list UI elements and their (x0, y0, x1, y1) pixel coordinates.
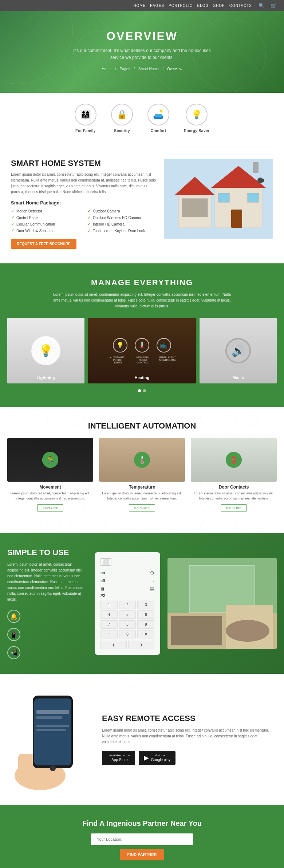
breadcrumb-home[interactable]: Home (102, 67, 111, 71)
nav-blog[interactable]: BLOG (197, 4, 209, 8)
check-icon-7: ✓ (87, 228, 91, 233)
check-icon-0: ✓ (11, 208, 15, 214)
key-5[interactable]: 5 (119, 610, 136, 619)
nav-links: HOME PAGES PORTFOLIO BLOG SHOP CONTACTS … (133, 3, 277, 8)
music-label: Music (233, 375, 244, 380)
features-section: 👨‍👩‍👧 For Family 🔒 Security 🛋️ Comfort 💡… (0, 93, 284, 144)
package-item-7: ✓ Touchscreen Keyless Door Lock (87, 228, 157, 233)
manage-card-heating[interactable]: 💡 🌡️ 📺 AUTOMATICINSIDE LIGHTS INDIVIDUAL… (88, 318, 196, 383)
partner-section: Find A Ingenious Partner Near You FIND P… (0, 805, 284, 868)
breadcrumb-smart[interactable]: Smart Home (138, 67, 159, 71)
automation-section: INTELLIGENT AUTOMATION 🏃 📱 🏃 Movement Lo… (0, 407, 284, 533)
hero-subtitle: It's our commitment. It's what defines o… (69, 47, 215, 61)
key-paren-open[interactable]: ( (100, 641, 127, 649)
movement-circle-icon: 🏃 (42, 452, 58, 468)
heating-label: Heating (135, 375, 149, 380)
feature-family-label: For Family (75, 128, 96, 133)
key-hash[interactable]: # (137, 630, 154, 638)
feature-security-label: Security (111, 128, 133, 133)
appstore-button[interactable]: Available on the App Store (102, 751, 135, 765)
movement-desc: Lorem ipsum dolor sit amet, consectetur … (7, 491, 93, 501)
googleplay-button[interactable]: ▶ Get it on Google play (139, 751, 175, 765)
package-item-2: ✓ Control Panel (11, 215, 80, 220)
feature-family: 👨‍👩‍👧 For Family (75, 104, 96, 133)
nav-shop[interactable]: SHOP (213, 4, 225, 8)
appstore-label: App Store (111, 758, 127, 762)
dot-1[interactable] (138, 389, 141, 392)
simple-content: SIMPLE TO USE Lorem ipsum dolor sit amet… (7, 548, 87, 659)
simple-icon-row-2: 📲 (7, 646, 87, 659)
key-1[interactable]: 1 (100, 601, 118, 609)
navigation: HOME PAGES PORTFOLIO BLOG SHOP CONTACTS … (0, 0, 284, 11)
door-image: 🚪 (191, 438, 277, 482)
door-circle-icon: 🚪 (226, 452, 242, 468)
package-list: ✓ Motion Detector ✓ Outdoor Camera ✓ Con… (11, 208, 157, 233)
auto-lights-icon: 💡 (113, 338, 127, 353)
key-9[interactable]: 9 (137, 620, 154, 629)
package-item-4: ✓ Cellular Communication (11, 222, 80, 227)
family-icon: 👨‍👩‍👧 (75, 104, 96, 126)
heating-icons: 💡 🌡️ 📺 (113, 338, 171, 353)
keypad-grid: 1 2 3 4 5 6 7 8 9 * 0 # (100, 601, 154, 638)
movement-explore-button[interactable]: EXPLORE (37, 504, 64, 511)
comfort-icon: 🛋️ (147, 104, 169, 126)
key-4[interactable]: 4 (100, 610, 118, 619)
movement-image: 🏃 📱 🏃 (7, 438, 93, 482)
nav-contacts[interactable]: CONTACTS (229, 4, 252, 8)
simple-icons: 🔔 📱 📲 (7, 610, 87, 659)
simple-description: Lorem ipsum dolor sit amet, consectetur … (7, 562, 87, 602)
automation-title: INTELLIGENT AUTOMATION (7, 421, 277, 431)
smart-home-image (164, 159, 273, 239)
smart-home-title: SMART HOME SYSTEM (11, 159, 157, 168)
key-0[interactable]: 0 (119, 630, 136, 638)
svg-rect-24 (36, 716, 62, 719)
key-8[interactable]: 8 (119, 620, 136, 629)
house-illustration (164, 159, 273, 239)
monitoring-icon: 📺 (157, 338, 171, 353)
location-input[interactable] (91, 833, 193, 845)
key-7[interactable]: 7 (100, 620, 118, 629)
key-3[interactable]: 3 (137, 601, 154, 609)
keypad-row-p1: ▤ ▤ (100, 586, 154, 592)
temperature-circle-icon: 🌡️ (134, 452, 150, 468)
cart-icon[interactable]: 🛒 (271, 3, 277, 8)
manage-title: MANAGE EVERYTHING (7, 278, 277, 287)
simple-section: SIMPLE TO USE Lorem ipsum dolor sit amet… (0, 533, 284, 674)
door-title: Door Contacts (191, 485, 277, 490)
manage-section: MANAGE EVERYTHING Lorem ipsum dolor sit … (0, 263, 284, 407)
manage-card-lightning[interactable]: 💡 Lightning (7, 318, 84, 383)
temperature-explore-button[interactable]: EXPLORE (129, 504, 155, 511)
package-title: Smart Home Package: (11, 200, 157, 206)
dot-2[interactable] (143, 389, 146, 392)
svg-rect-22 (34, 698, 71, 765)
feature-energy-label: Energy Saver (184, 128, 209, 133)
svg-rect-7 (218, 193, 229, 202)
check-icon-3: ✓ (87, 215, 91, 220)
breadcrumb-pages[interactable]: Pages (120, 67, 130, 71)
find-partner-button[interactable]: FIND PARTNER (120, 849, 164, 860)
appstore-small: Available on the (109, 754, 130, 757)
door-explore-button[interactable]: EXPLORE (221, 504, 247, 511)
nav-portfolio[interactable]: PORTFOLIO (169, 4, 193, 8)
key-2[interactable]: 2 (119, 601, 136, 609)
keypad-row-on: on ⊙ (100, 570, 154, 576)
carousel-dots (7, 389, 277, 392)
feature-energy: 💡 Energy Saver (184, 104, 209, 133)
brochure-button[interactable]: REQUEST A FREE BROCHURE (11, 239, 76, 249)
key-star[interactable]: * (100, 630, 118, 638)
svg-rect-25 (36, 725, 69, 727)
nav-home[interactable]: HOME (133, 4, 146, 8)
temperature-title: Temperature (99, 485, 185, 490)
key-paren-close[interactable]: ) (128, 641, 154, 649)
manage-card-music[interactable]: 🔊 Music (200, 318, 277, 383)
key-6[interactable]: 6 (137, 610, 154, 619)
partner-title: Find A Ingenious Partner Near You (7, 819, 277, 828)
store-buttons: Available on the App Store ▶ Get it on G… (102, 751, 273, 765)
manage-grid: 💡 Lightning 💡 🌡️ 📺 AUTOMATICINSIDE LIGHT… (7, 318, 277, 383)
package-item-1: ✓ Outdoor Camera (87, 208, 157, 214)
nav-pages[interactable]: PAGES (150, 4, 164, 8)
hero-section: OVERVIEW It's our commitment. It's what … (0, 11, 284, 93)
search-icon[interactable]: 🔍 (259, 3, 264, 8)
breadcrumb-current: Overview (167, 67, 182, 71)
svg-rect-10 (259, 179, 264, 182)
